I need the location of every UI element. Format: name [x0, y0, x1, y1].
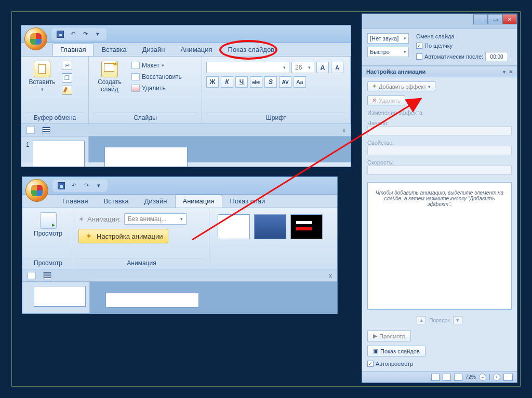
reset-label: Восстановить: [142, 73, 182, 80]
slide-page-2[interactable]: [105, 292, 199, 308]
redo-button[interactable]: ↷: [81, 30, 90, 39]
tab-design-2[interactable]: Дизайн: [137, 195, 175, 208]
tab-insert-2[interactable]: Вставка: [96, 195, 136, 208]
chevron-down-icon: ▾: [404, 49, 406, 54]
preview-button[interactable]: ▸ Просмотр: [32, 210, 65, 239]
font-size-value: 26: [295, 64, 302, 71]
office-button[interactable]: [24, 28, 47, 50]
tab-slideshow[interactable]: Показ слайдов: [220, 43, 283, 56]
sorter-view-button[interactable]: [443, 374, 451, 381]
start-combo[interactable]: [367, 126, 512, 135]
tab-insert[interactable]: Вставка: [94, 43, 134, 56]
property-combo[interactable]: [367, 146, 512, 155]
save-button-2[interactable]: [57, 181, 66, 190]
spacing-button[interactable]: AV: [279, 76, 291, 88]
tab-slideshow-2[interactable]: Показ слай: [222, 195, 273, 208]
new-slide-icon: [101, 61, 118, 77]
pane-close-2[interactable]: x: [329, 272, 332, 279]
copy-button[interactable]: [62, 73, 72, 83]
animation-value: Без анимац...: [128, 215, 167, 223]
outline-tab-icon: [43, 272, 51, 279]
hint-text: Чтобы добавить анимацию, выделите элемен…: [367, 182, 512, 310]
taskpane-close[interactable]: ✕: [509, 69, 513, 75]
strike-button[interactable]: abc: [250, 76, 262, 88]
group-slides-label: Слайды: [93, 113, 197, 122]
close-button[interactable]: ✕: [502, 14, 517, 24]
maximize-button[interactable]: ▭: [488, 14, 502, 24]
tab-animation-2[interactable]: Анимация: [175, 195, 222, 208]
remove-label: Удалить: [379, 98, 401, 104]
add-effect-button[interactable]: ✶Добавить эффект▾: [367, 81, 435, 91]
autopreview-checkbox[interactable]: ✓Автопросмотр: [367, 361, 512, 367]
play-button[interactable]: ▶ Просмотр: [367, 331, 411, 341]
reorder-row: ▲ Порядок ▼: [367, 314, 512, 326]
custom-animation-button[interactable]: ✶ Настройка анимации: [78, 229, 168, 243]
slides-tab[interactable]: [26, 127, 35, 134]
auto-time[interactable]: 00:00: [485, 52, 508, 61]
zoom-in-button[interactable]: +: [493, 374, 500, 381]
task-pane-window: — ▭ ✕ [Нет звука]▾ Быстро▾ Смена слайда …: [362, 13, 517, 383]
slideshow-view-button[interactable]: [454, 374, 462, 381]
minimize-button[interactable]: —: [473, 14, 488, 24]
slideshow-label: Показ слайдов: [380, 348, 420, 354]
star-gear-icon: ✶: [84, 231, 94, 241]
auto-after-checkbox[interactable]: Автоматически после: 00:00: [416, 52, 512, 61]
undo-button[interactable]: ↶: [68, 30, 77, 39]
animation-combo[interactable]: Без анимац...▾: [124, 213, 187, 225]
sound-combo[interactable]: [Нет звука]▾: [367, 33, 409, 44]
custom-animation-pane: Настройка анимации ▾✕ ✶Добавить эффект▾ …: [362, 66, 517, 371]
delete-button[interactable]: Удалить: [129, 84, 184, 93]
tab-home-2[interactable]: Главная: [55, 195, 96, 208]
transition-cut[interactable]: [290, 214, 323, 239]
save-button[interactable]: [56, 30, 65, 39]
move-down-button[interactable]: ▼: [453, 316, 462, 324]
bold-button[interactable]: Ж: [206, 76, 219, 88]
new-slide-button[interactable]: Создать слайд: [93, 59, 126, 95]
undo-button-2[interactable]: ↶: [69, 181, 78, 190]
slide-page[interactable]: [104, 147, 188, 167]
remove-effect-button[interactable]: ✕Удалить: [367, 95, 405, 105]
format-painter-button[interactable]: [62, 86, 72, 95]
shrink-font-button[interactable]: A: [331, 62, 343, 73]
font-name-combo[interactable]: ▾: [206, 62, 289, 73]
cut-button[interactable]: [62, 61, 72, 70]
underline-button[interactable]: Ч: [235, 76, 248, 88]
zoom-out-button[interactable]: −: [479, 374, 486, 381]
group-font-label: Шрифт: [206, 113, 346, 122]
taskpane-menu[interactable]: ▾: [503, 69, 506, 75]
thumbnail-pane: 1: [21, 136, 89, 162]
grow-font-button[interactable]: A: [316, 62, 329, 73]
qat-more-2[interactable]: ▾: [94, 181, 103, 190]
reset-icon: [131, 73, 140, 80]
slides-tab-2[interactable]: [28, 272, 36, 279]
font-size-combo[interactable]: 26▾: [291, 62, 314, 73]
redo-button-2[interactable]: ↷: [82, 181, 91, 190]
speed-effect-combo[interactable]: [367, 166, 512, 175]
layout-button[interactable]: Макет▾: [129, 61, 184, 70]
transition-none[interactable]: [218, 214, 250, 239]
shadow-button[interactable]: S: [264, 76, 277, 88]
qat-more[interactable]: ▾: [93, 30, 102, 39]
slide-thumbnail-2[interactable]: [34, 286, 86, 307]
pane-close[interactable]: x: [342, 127, 345, 134]
italic-button[interactable]: К: [221, 76, 233, 88]
slide-canvas: [89, 136, 351, 162]
paste-button[interactable]: Вставить ▾: [25, 59, 59, 94]
outline-tab[interactable]: [42, 127, 50, 134]
chevron-down-icon: ▾: [428, 84, 431, 89]
reset-button[interactable]: Восстановить: [129, 72, 184, 81]
slideshow-button[interactable]: ▣ Показ слайдов: [367, 346, 425, 356]
office-button-2[interactable]: [25, 179, 48, 202]
tab-animation[interactable]: Анимация: [173, 43, 220, 56]
normal-view-button[interactable]: [431, 374, 440, 381]
transition-fade[interactable]: [254, 214, 286, 239]
slide-thumbnail[interactable]: 1: [33, 141, 85, 167]
change-case-button[interactable]: Aa: [294, 76, 306, 88]
move-up-button[interactable]: ▲: [417, 316, 426, 324]
outline-tab-2[interactable]: [43, 272, 51, 279]
fit-button[interactable]: [503, 374, 513, 381]
tab-design[interactable]: Дизайн: [135, 43, 173, 56]
on-click-checkbox[interactable]: ✓По щелчку: [416, 43, 512, 49]
tab-home[interactable]: Главная: [52, 43, 94, 56]
speed-combo[interactable]: Быстро▾: [367, 47, 409, 57]
